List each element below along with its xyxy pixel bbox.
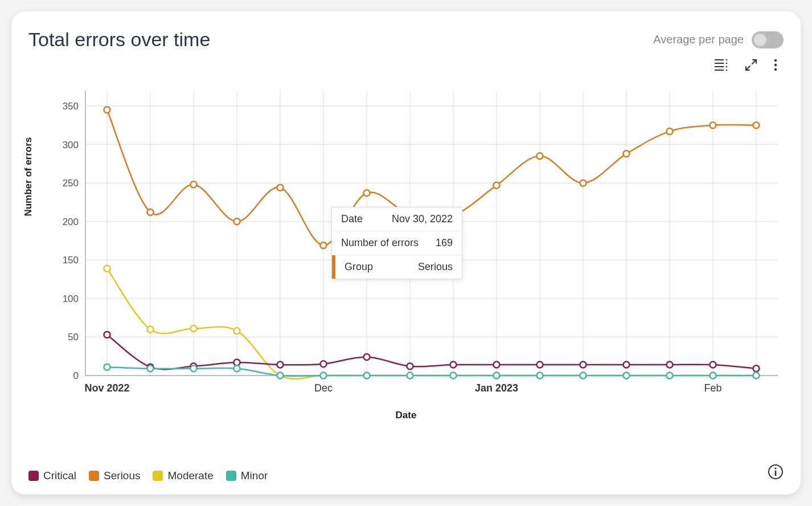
svg-point-4 — [726, 59, 728, 61]
marker-critical[interactable] — [624, 362, 630, 368]
marker-critical[interactable] — [234, 360, 240, 366]
marker-serious[interactable] — [537, 153, 543, 159]
marker-minor[interactable] — [191, 365, 197, 372]
legend-item-moderate[interactable]: Moderate — [153, 470, 213, 482]
marker-moderate[interactable] — [147, 326, 154, 332]
marker-serious[interactable] — [364, 190, 370, 196]
marker-critical[interactable] — [667, 362, 673, 368]
y-axis-label: Number of errors — [23, 137, 34, 217]
marker-minor[interactable] — [147, 365, 154, 372]
more-options-icon[interactable] — [773, 59, 778, 74]
marker-minor[interactable] — [104, 364, 110, 370]
tooltip-group-row: Group Serious — [332, 255, 462, 279]
marker-serious[interactable] — [710, 122, 716, 128]
marker-critical[interactable] — [407, 363, 413, 369]
marker-minor[interactable] — [710, 373, 716, 379]
marker-minor[interactable] — [234, 365, 240, 372]
tooltip-group-label: Group — [345, 261, 373, 273]
legend-item-minor[interactable]: Minor — [226, 470, 268, 482]
tooltip-errors-value: 169 — [436, 237, 453, 249]
chart-area: Number of errors 050100150200250300350No… — [28, 85, 784, 427]
marker-minor[interactable] — [624, 373, 630, 379]
marker-serious[interactable] — [494, 182, 500, 189]
marker-minor[interactable] — [407, 373, 413, 379]
marker-critical[interactable] — [277, 362, 284, 368]
marker-moderate[interactable] — [191, 325, 197, 332]
legend-swatch — [28, 471, 39, 481]
marker-serious[interactable] — [234, 218, 240, 225]
svg-text:350: 350 — [63, 101, 79, 112]
legend-swatch — [226, 471, 236, 481]
marker-serious[interactable] — [191, 181, 197, 187]
svg-text:200: 200 — [63, 217, 79, 227]
tooltip-errors-row: Number of errors 169 — [332, 231, 462, 255]
svg-point-50 — [774, 467, 776, 469]
svg-text:Jan 2023: Jan 2023 — [475, 382, 518, 394]
legend-swatch — [153, 471, 163, 481]
svg-point-9 — [774, 64, 777, 66]
svg-point-8 — [774, 59, 777, 62]
marker-serious[interactable] — [667, 128, 673, 134]
average-per-page-label: Average per page — [653, 33, 744, 46]
marker-critical[interactable] — [450, 362, 457, 368]
marker-minor[interactable] — [450, 373, 457, 379]
marker-moderate[interactable] — [234, 328, 240, 334]
marker-serious[interactable] — [321, 242, 327, 248]
legend-label: Critical — [43, 470, 76, 482]
series-minor — [107, 367, 756, 376]
series-critical — [107, 334, 756, 369]
marker-critical[interactable] — [321, 361, 327, 367]
svg-rect-51 — [775, 471, 777, 476]
chart-card: Total errors over time Average per page — [11, 11, 801, 495]
marker-moderate[interactable] — [104, 266, 110, 272]
svg-point-6 — [726, 66, 728, 68]
legend-item-critical[interactable]: Critical — [28, 470, 76, 482]
info-icon[interactable] — [768, 464, 784, 482]
marker-critical[interactable] — [494, 362, 500, 368]
marker-critical[interactable] — [580, 362, 587, 368]
tooltip-group-value: Serious — [418, 261, 453, 273]
tooltip-errors-label: Number of errors — [341, 237, 419, 249]
average-per-page-toggle[interactable] — [752, 31, 784, 48]
table-view-icon[interactable] — [714, 59, 729, 74]
marker-minor[interactable] — [537, 373, 543, 379]
svg-text:250: 250 — [63, 178, 79, 189]
marker-serious[interactable] — [104, 107, 110, 113]
marker-minor[interactable] — [364, 373, 370, 379]
legend-item-serious[interactable]: Serious — [89, 470, 140, 482]
marker-critical[interactable] — [753, 365, 760, 372]
legend: CriticalSeriousModerateMinor — [28, 470, 784, 482]
expand-icon[interactable] — [745, 59, 757, 74]
svg-point-5 — [726, 63, 728, 64]
tooltip-date-value: Nov 30, 2022 — [392, 213, 453, 225]
svg-text:Dec: Dec — [314, 382, 333, 394]
marker-serious[interactable] — [147, 209, 154, 215]
card-header: Total errors over time Average per page — [28, 28, 784, 51]
svg-text:Nov 2022: Nov 2022 — [84, 382, 129, 394]
svg-point-10 — [774, 68, 777, 71]
x-axis-label: Date — [28, 410, 784, 421]
marker-serious[interactable] — [580, 180, 587, 186]
marker-minor[interactable] — [580, 373, 587, 379]
marker-minor[interactable] — [321, 373, 327, 379]
chart-title: Total errors over time — [28, 28, 210, 51]
marker-serious[interactable] — [277, 185, 284, 191]
marker-minor[interactable] — [494, 373, 500, 379]
legend-swatch — [89, 471, 99, 481]
marker-critical[interactable] — [537, 362, 543, 368]
marker-minor[interactable] — [667, 373, 673, 379]
marker-serious[interactable] — [753, 122, 760, 128]
marker-critical[interactable] — [104, 332, 110, 338]
chart-toolbar — [28, 59, 784, 74]
marker-critical[interactable] — [710, 362, 716, 368]
series-moderate — [107, 268, 756, 379]
header-controls: Average per page — [653, 31, 784, 48]
legend-label: Moderate — [167, 470, 213, 482]
svg-point-7 — [726, 70, 728, 71]
marker-serious[interactable] — [624, 150, 630, 157]
tooltip-date-row: Date Nov 30, 2022 — [332, 207, 462, 231]
marker-minor[interactable] — [753, 373, 760, 379]
marker-critical[interactable] — [364, 354, 370, 360]
marker-minor[interactable] — [277, 373, 284, 379]
svg-text:300: 300 — [63, 140, 79, 150]
